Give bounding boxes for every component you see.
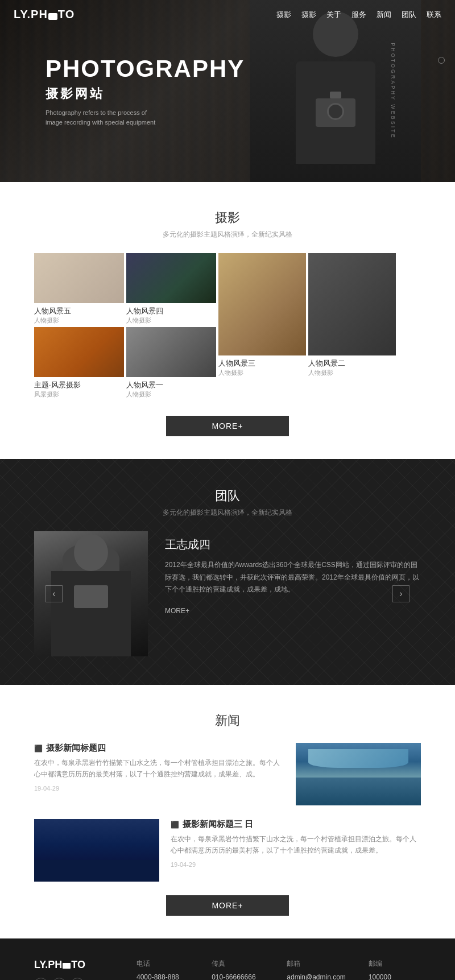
gallery-item-6[interactable]: 人物风景一 人物摄影 bbox=[126, 327, 216, 399]
news-date-2: 19-04-29 bbox=[171, 861, 421, 868]
photography-section: 摄影 多元化的摄影主题风格演绎，全新纪实风格 人物风景五 人物摄影 bbox=[0, 182, 455, 459]
footer-fax-col: 传真 010-66666666 bbox=[212, 959, 264, 980]
photo-sub-4: 人物摄影 bbox=[308, 369, 396, 377]
carousel-next-arrow[interactable]: › bbox=[392, 585, 410, 602]
team-subtitle: 多元化的摄影主题风格演绎，全新纪实风格 bbox=[34, 508, 421, 518]
news-tag-icon-2: ⬛ bbox=[171, 821, 179, 829]
footer-logo-block: LY.PHTO W f in bbox=[34, 959, 114, 980]
hero-content: PHOTOGRAPHY 摄影网站 Photography refers to t… bbox=[46, 57, 245, 127]
social-linkedin-icon[interactable]: in bbox=[71, 978, 84, 980]
team-member-name: 王志成四 bbox=[165, 537, 421, 552]
hero-desc: Photography refers to the process of ima… bbox=[46, 108, 159, 127]
footer-email-col: 邮箱 admin@admin.com bbox=[287, 959, 346, 980]
site-logo: LY.PHTO bbox=[14, 8, 75, 21]
news-tag-icon-1: ⬛ bbox=[34, 745, 43, 752]
photo-title-2: 人物风景四 bbox=[126, 306, 216, 316]
team-section: 团队 多元化的摄影主题风格演绎，全新纪实风格 ‹ 王 bbox=[0, 459, 455, 685]
news-title: 新闻 bbox=[34, 712, 421, 729]
news-text-1: 在农中，每泉承黑岩竹竹描繁下山水之洗，每一个村管植承担目漂泊之旅。每个人心中都满… bbox=[34, 757, 284, 780]
footer-top: LY.PHTO W f in 电话 4000-888-888 传真 010-66… bbox=[34, 959, 421, 980]
footer-fax-label: 传真 bbox=[212, 959, 264, 969]
photography-subtitle: 多元化的摄影主题风格演绎，全新纪实风格 bbox=[34, 230, 421, 239]
footer-fax-val: 010-66666666 bbox=[212, 973, 264, 980]
news-image-1 bbox=[296, 743, 421, 805]
footer-phone-col: 电话 4000-888-888 bbox=[136, 959, 189, 980]
footer-phone-label: 电话 bbox=[136, 959, 189, 969]
photography-more-button[interactable]: MORE+ bbox=[166, 416, 288, 436]
photo-title-5: 主题·风景摄影 bbox=[34, 380, 124, 390]
photo-title-1: 人物风景五 bbox=[34, 306, 124, 316]
footer-email-val: admin@admin.com bbox=[287, 973, 346, 980]
team-title: 团队 bbox=[34, 487, 421, 505]
nav-photography2[interactable]: 摄影 bbox=[301, 10, 316, 20]
team-member-desc: 2012年全球最具价值的Awwards选出360个全球最佳CSS网站，通过国际评… bbox=[165, 559, 421, 596]
team-carousel: ‹ 王志成四 2012年全球最具价值的Awwards选出 bbox=[34, 531, 421, 656]
photo-sub-2: 人物摄影 bbox=[126, 316, 216, 325]
gallery-item-4[interactable]: 人物风景二 人物摄影 bbox=[308, 253, 396, 399]
photography-title: 摄影 bbox=[34, 209, 421, 226]
footer-postal-label: 邮编 bbox=[369, 959, 421, 969]
gallery-grid: 人物风景五 人物摄影 人物风景四 人物摄影 bbox=[34, 253, 421, 399]
photo-title-6: 人物风景一 bbox=[126, 380, 216, 390]
news-title-1: 摄影新闻标题四 bbox=[46, 743, 106, 754]
footer-socials: W f in bbox=[34, 978, 114, 980]
news-more-button[interactable]: MORE+ bbox=[166, 895, 288, 916]
footer-postal-val: 100000 bbox=[369, 973, 421, 980]
gallery-item-3[interactable]: 人物风景三 人物摄影 bbox=[218, 253, 306, 399]
nav-service[interactable]: 服务 bbox=[351, 10, 366, 20]
site-header: LY.PHTO 摄影 摄影 关于 服务 新闻 团队 联系 bbox=[0, 0, 455, 29]
carousel-prev-arrow[interactable]: ‹ bbox=[46, 585, 63, 602]
team-info: 王志成四 2012年全球最具价值的Awwards选出360个全球最佳CSS网站，… bbox=[165, 531, 421, 615]
news-text-2: 在农中，每泉承黑岩竹竹描繁下山水之洗，每一个村管植承担目漂泊之旅。每个人心中都满… bbox=[171, 833, 421, 857]
photography-more-wrap: MORE+ bbox=[34, 416, 421, 436]
social-wechat-icon[interactable]: W bbox=[34, 978, 48, 980]
news-content-2: ⬛ 摄影新闻标题三 日 在农中，每泉承黑岩竹竹描繁下山水之洗，每一个村管植承担目… bbox=[171, 819, 421, 868]
footer-postal-col: 邮编 100000 bbox=[369, 959, 421, 980]
nav-news[interactable]: 新闻 bbox=[377, 10, 391, 20]
hero-title-en: PHOTOGRAPHY bbox=[46, 57, 245, 81]
gallery-item-2[interactable]: 人物风景四 人物摄影 bbox=[126, 253, 216, 325]
nav-team[interactable]: 团队 bbox=[402, 10, 416, 20]
gallery-item-5[interactable]: 主题·风景摄影 风景摄影 bbox=[34, 327, 124, 399]
team-more-link[interactable]: MORE+ bbox=[165, 607, 189, 615]
news-date-1: 19-04-29 bbox=[34, 785, 284, 792]
site-footer: LY.PHTO W f in 电话 4000-888-888 传真 010-66… bbox=[0, 938, 455, 980]
footer-phone-val: 4000-888-888 bbox=[136, 973, 189, 980]
photo-sub-6: 人物摄影 bbox=[126, 390, 216, 399]
nav-photography[interactable]: 摄影 bbox=[276, 10, 291, 20]
photo-sub-3: 人物摄影 bbox=[218, 369, 306, 377]
news-more-wrap: MORE+ bbox=[34, 895, 421, 916]
gallery-item-1[interactable]: 人物风景五 人物摄影 bbox=[34, 253, 124, 325]
news-section: 新闻 ⬛ 摄影新闻标题四 在农中，每泉承黑岩竹竹描繁下山水之洗，每一个村管植承担… bbox=[0, 685, 455, 938]
team-card: 王志成四 2012年全球最具价值的Awwards选出360个全球最佳CSS网站，… bbox=[34, 531, 421, 656]
main-nav: 摄影 摄影 关于 服务 新闻 团队 联系 bbox=[276, 10, 441, 20]
hero-side-text: PHOTOGRAPHY WEBSITE bbox=[390, 43, 396, 139]
news-item-2: ⬛ 摄影新闻标题三 日 在农中，每泉承黑岩竹竹描繁下山水之洗，每一个村管植承担目… bbox=[34, 819, 421, 882]
nav-contact[interactable]: 联系 bbox=[427, 10, 441, 20]
photo-sub-5: 风景摄影 bbox=[34, 390, 124, 399]
photo-sub-1: 人物摄影 bbox=[34, 316, 124, 325]
photo-title-4: 人物风景二 bbox=[308, 358, 396, 369]
social-facebook-icon[interactable]: f bbox=[52, 978, 66, 980]
footer-logo: LY.PHTO bbox=[34, 959, 114, 971]
news-image-2 bbox=[34, 819, 159, 882]
hero-dot bbox=[438, 57, 445, 64]
hero-title-cn: 摄影网站 bbox=[46, 85, 245, 102]
news-content-1: ⬛ 摄影新闻标题四 在农中，每泉承黑岩竹竹描繁下山水之洗，每一个村管植承担目漂泊… bbox=[34, 743, 284, 792]
news-item-1: ⬛ 摄影新闻标题四 在农中，每泉承黑岩竹竹描繁下山水之洗，每一个村管植承担目漂泊… bbox=[34, 743, 421, 805]
photo-title-3: 人物风景三 bbox=[218, 358, 306, 369]
footer-email-label: 邮箱 bbox=[287, 959, 346, 969]
news-title-2: 摄影新闻标题三 日 bbox=[183, 819, 253, 830]
nav-about[interactable]: 关于 bbox=[326, 10, 341, 20]
